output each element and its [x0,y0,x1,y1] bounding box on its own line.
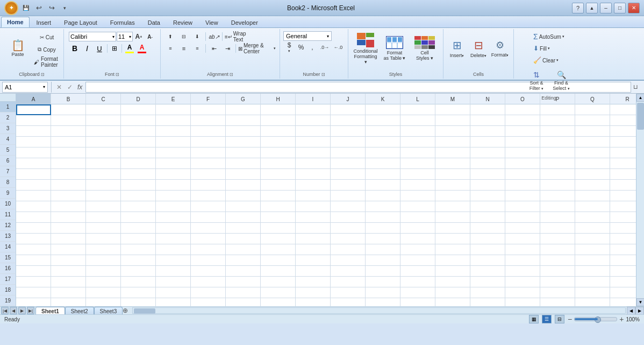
cell-E1[interactable] [156,104,191,115]
cell-B3[interactable] [51,126,86,137]
cell-J18[interactable] [331,287,366,298]
cell-R10[interactable] [610,201,636,212]
cell-P9[interactable] [540,191,575,201]
cell-D10[interactable] [121,201,156,212]
cell-C15[interactable] [86,255,121,266]
tab-home[interactable]: Home [1,17,30,27]
cell-Q14[interactable] [575,244,610,255]
merge-center-button[interactable]: ⊠ Merge & Center ▾ [238,43,276,54]
cell-J6[interactable] [331,158,366,169]
zoom-slider[interactable] [574,317,617,321]
cell-B4[interactable] [51,137,86,147]
cell-L2[interactable] [400,115,435,126]
cell-B2[interactable] [51,115,86,126]
cell-G5[interactable] [226,147,261,158]
cell-F5[interactable] [191,147,226,158]
cell-M15[interactable] [435,255,470,266]
autosum-button[interactable]: Σ AutoSum ▾ [531,31,567,42]
cell-I11[interactable] [296,212,331,223]
cell-F9[interactable] [191,191,226,201]
cell-M3[interactable] [435,126,470,137]
align-middle-button[interactable]: ⊟ [177,31,190,42]
cell-J13[interactable] [331,234,366,244]
cell-Q1[interactable] [575,104,610,115]
cell-M14[interactable] [435,244,470,255]
scroll-last-tab-button[interactable]: ▶| [27,307,34,314]
cell-H17[interactable] [261,277,296,287]
cell-E17[interactable] [156,277,191,287]
row-number-10[interactable]: 10 [0,199,16,209]
cell-H15[interactable] [261,255,296,266]
cell-Q3[interactable] [575,126,610,137]
cell-J7[interactable] [331,169,366,180]
cell-B12[interactable] [51,223,86,234]
formula-expand-button[interactable]: ⊔ [633,83,642,90]
cell-F6[interactable] [191,158,226,169]
cell-E5[interactable] [156,147,191,158]
cell-R15[interactable] [610,255,636,266]
copy-button[interactable]: ⧉ Copy [33,44,60,55]
cell-K13[interactable] [366,234,400,244]
shrink-font-button[interactable]: A- [145,31,155,42]
cell-O12[interactable] [505,223,540,234]
cell-C10[interactable] [86,201,121,212]
cell-P17[interactable] [540,277,575,287]
cell-R4[interactable] [610,137,636,147]
cell-Q17[interactable] [575,277,610,287]
cell-L1[interactable] [400,104,435,115]
cell-C16[interactable] [86,266,121,277]
decrease-indent-button[interactable]: ⇤ [207,43,220,54]
col-header-F[interactable]: F [191,94,226,104]
cell-D4[interactable] [121,137,156,147]
row-number-12[interactable]: 12 [0,220,16,231]
cell-G2[interactable] [226,115,261,126]
cell-D11[interactable] [121,212,156,223]
grow-font-button[interactable]: A+ [133,31,144,42]
cell-R9[interactable] [610,191,636,201]
undo-qat-button[interactable]: ↩ [33,3,44,13]
cell-M6[interactable] [435,158,470,169]
scroll-thumb[interactable] [637,103,644,130]
cell-M17[interactable] [435,277,470,287]
cell-J3[interactable] [331,126,366,137]
cell-P6[interactable] [540,158,575,169]
col-header-K[interactable]: K [366,94,400,104]
align-bottom-button[interactable]: ⬇ [191,31,204,42]
zoom-out-button[interactable]: − [568,315,572,323]
cell-D2[interactable] [121,115,156,126]
cell-A18[interactable] [16,287,51,298]
cell-A3[interactable] [16,126,51,137]
cell-M11[interactable] [435,212,470,223]
cell-R17[interactable] [610,277,636,287]
cell-L18[interactable] [400,287,435,298]
cell-H11[interactable] [261,212,296,223]
cell-N18[interactable] [470,287,505,298]
scroll-down-button[interactable]: ▼ [636,298,644,306]
cell-G17[interactable] [226,277,261,287]
cell-L6[interactable] [400,158,435,169]
row-number-1[interactable]: 1 [0,102,16,112]
page-layout-view-button[interactable]: ▦ [529,315,539,323]
row-number-4[interactable]: 4 [0,134,16,145]
sheet-tab-sheet1[interactable]: Sheet1 [35,307,65,314]
cell-E2[interactable] [156,115,191,126]
cell-K10[interactable] [366,201,400,212]
number-expand-icon[interactable]: ⊡ [321,72,325,77]
cell-B17[interactable] [51,277,86,287]
col-header-B[interactable]: B [51,94,86,104]
cell-G12[interactable] [226,223,261,234]
cell-K11[interactable] [366,212,400,223]
cell-F16[interactable] [191,266,226,277]
cell-H10[interactable] [261,201,296,212]
number-format-selector[interactable]: General ▾ [283,31,332,41]
cell-A11[interactable] [16,212,51,223]
cell-N8[interactable] [470,180,505,191]
cell-M16[interactable] [435,266,470,277]
cell-O10[interactable] [505,201,540,212]
cell-E11[interactable] [156,212,191,223]
italic-button[interactable]: I [81,43,93,54]
cell-Q2[interactable] [575,115,610,126]
cell-Q19[interactable] [575,298,610,306]
cell-I12[interactable] [296,223,331,234]
cell-G13[interactable] [226,234,261,244]
